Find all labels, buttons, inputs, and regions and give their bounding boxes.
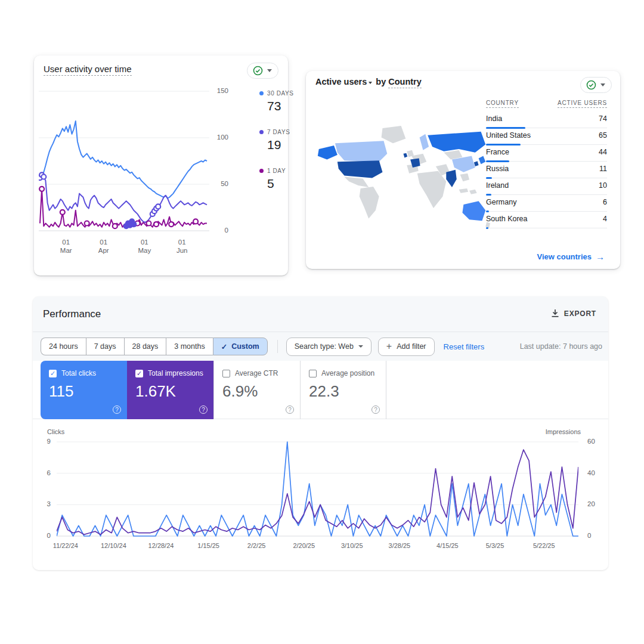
map-canada[interactable] <box>335 141 387 162</box>
help-icon[interactable]: ? <box>113 405 121 414</box>
axis-tick-label: 40 <box>587 469 595 476</box>
left-axis-title: Clicks <box>47 428 64 435</box>
add-filter-button[interactable]: + Add filter <box>378 338 435 356</box>
tab-custom[interactable]: ✓ Custom <box>213 338 268 355</box>
checkbox-average-position[interactable] <box>309 370 317 377</box>
metric-selector[interactable]: Active users <box>315 77 367 86</box>
country-row[interactable]: Germany6 <box>486 195 607 212</box>
map-australia[interactable] <box>462 201 485 221</box>
axis-tick-label: 5/22/25 <box>533 542 555 549</box>
checkbox-total-impressions[interactable]: ✓ <box>135 370 143 377</box>
axis-tick-label: 01Jun <box>170 238 194 255</box>
impressions-axis-labels: 6040200 <box>583 439 606 538</box>
map-russia[interactable] <box>428 132 485 153</box>
map-india[interactable] <box>446 170 456 187</box>
search-type-dropdown[interactable]: Search type: Web <box>286 338 371 356</box>
map-south-korea[interactable] <box>474 161 479 166</box>
column-header-country[interactable]: COUNTRY <box>486 100 519 108</box>
countries-table-body: India74United States65France44Russia11Ir… <box>486 112 607 228</box>
legend-item-1-day: 1 DAY 5 <box>259 168 286 191</box>
country-active-users: 11 <box>599 165 607 173</box>
dimension-selector[interactable]: Country <box>388 77 422 88</box>
legend-dot-1-day <box>259 169 264 173</box>
activity-status-dropdown[interactable] <box>247 63 278 79</box>
performance-panel: Performance EXPORT 24 hours 7 days 28 da… <box>33 296 608 570</box>
map-united-states[interactable] <box>338 160 383 178</box>
chevron-down-icon <box>600 83 605 86</box>
reset-filters-link[interactable]: Reset filters <box>444 342 485 351</box>
country-name: United States <box>486 131 531 140</box>
axis-tick-label: 01May <box>132 238 156 255</box>
tab-28-days[interactable]: 28 days <box>124 338 166 355</box>
axis-tick-label: 6 <box>47 469 51 476</box>
metric-value-total-impressions: 1.67K <box>135 382 206 401</box>
column-header-active-users[interactable]: ACTIVE USERS <box>558 100 607 108</box>
checkbox-total-clicks[interactable]: ✓ <box>49 370 57 377</box>
tab-7-days[interactable]: 7 days <box>86 338 124 355</box>
country-row[interactable]: Russia11 <box>486 162 607 178</box>
axis-tick-label: 3 <box>47 500 51 507</box>
country-name: Germany <box>486 198 516 206</box>
activity-x-axis-labels: 01Mar01Apr01May01Jun <box>39 238 209 258</box>
axis-tick-label: 1/15/25 <box>197 542 219 549</box>
divider <box>33 332 608 332</box>
tab-24-hours[interactable]: 24 hours <box>41 338 86 355</box>
legend-dot-7-days <box>259 130 264 134</box>
clicks-axis-labels: 9630 <box>33 439 53 538</box>
help-icon[interactable]: ? <box>199 405 208 414</box>
country-name: France <box>486 148 509 156</box>
metric-card-total-clicks[interactable]: ✓ Total clicks 115 ? <box>41 361 127 419</box>
country-row[interactable]: South Korea4 <box>486 212 607 228</box>
activity-line-chart <box>39 86 209 237</box>
axis-tick-label: 0 <box>47 532 51 539</box>
checkbox-average-ctr[interactable] <box>222 370 230 377</box>
country-row[interactable]: Ireland10 <box>486 178 607 195</box>
axis-tick-label: 50 <box>221 180 228 187</box>
chevron-down-icon <box>358 345 363 348</box>
legend-value-7-days: 19 <box>267 138 290 152</box>
map-southeast-asia <box>460 174 470 182</box>
active-users-country-card: Active users by Country <box>306 71 620 269</box>
country-name: India <box>486 114 502 123</box>
map-ireland[interactable] <box>403 153 407 158</box>
map-greenland <box>382 126 406 143</box>
legend-value-30-days: 73 <box>267 99 294 113</box>
country-row[interactable]: France44 <box>486 145 607 162</box>
country-active-users: 10 <box>599 181 607 190</box>
map-south-america <box>360 187 379 218</box>
metric-card-total-impressions[interactable]: ✓ Total impressions 1.67K ? <box>127 361 213 419</box>
metric-card-average-position[interactable]: Average position 22.3 ? <box>300 361 386 419</box>
country-bar <box>486 227 488 229</box>
last-update-text: Last update: 7 hours ago <box>520 342 602 351</box>
user-activity-card: User activity over time 150100500 01Mar0… <box>34 55 288 275</box>
export-button[interactable]: EXPORT <box>551 309 596 318</box>
arrow-right-icon: → <box>596 252 605 262</box>
map-alaska <box>318 145 338 159</box>
filter-row: 24 hours 7 days 28 days 3 months ✓ Custo… <box>41 337 602 356</box>
dashboard-page: User activity over time 150100500 01Mar0… <box>0 0 644 644</box>
country-name: Russia <box>486 165 509 173</box>
help-icon[interactable]: ? <box>286 405 294 414</box>
view-countries-link[interactable]: View countries → <box>537 252 605 262</box>
axis-tick-label: 0 <box>587 532 591 539</box>
metric-card-average-ctr[interactable]: Average CTR 6.9% ? <box>213 361 300 419</box>
country-active-users: 74 <box>599 114 607 123</box>
axis-tick-label: 3/28/25 <box>389 542 411 549</box>
axis-tick-label: 0 <box>225 227 228 234</box>
metric-value-average-ctr: 6.9% <box>222 382 293 401</box>
country-row[interactable]: India74 <box>486 112 607 128</box>
country-name: Ireland <box>486 181 509 190</box>
axis-tick-label: 100 <box>217 134 228 141</box>
tab-3-months[interactable]: 3 months <box>166 338 212 355</box>
help-icon[interactable]: ? <box>371 405 380 414</box>
axis-tick-label: 2/2/25 <box>247 542 266 549</box>
map-kazakhstan <box>444 150 462 160</box>
country-row[interactable]: United States65 <box>486 128 607 145</box>
activity-card-title: User activity over time <box>44 64 132 74</box>
map-africa <box>417 171 447 208</box>
metric-cards-row: ✓ Total clicks 115 ? ✓ Total impressions… <box>33 361 608 419</box>
countries-status-dropdown[interactable] <box>580 77 612 93</box>
chevron-down-icon <box>267 69 272 72</box>
axis-tick-label: 4/15/25 <box>436 542 459 549</box>
axis-tick-label: 01Mar <box>54 238 78 255</box>
